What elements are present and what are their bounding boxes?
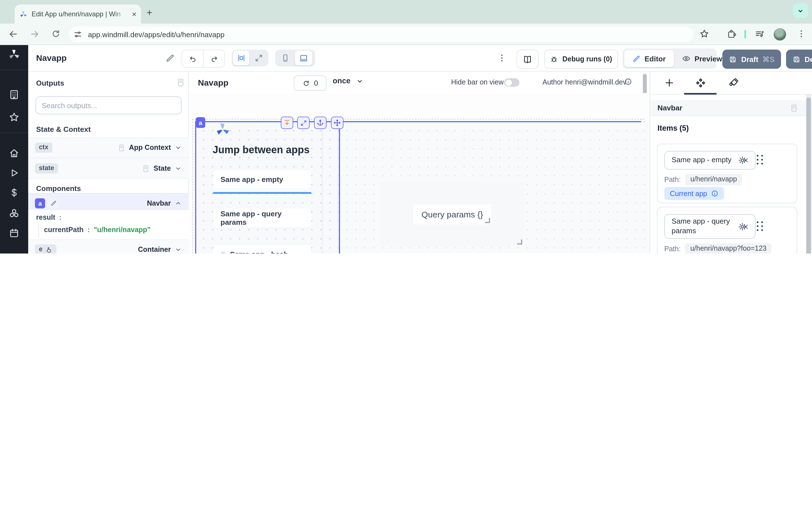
query-params-container[interactable]: Query params {} [380,182,524,246]
windmill-logo[interactable] [7,48,21,61]
info-icon[interactable] [711,190,718,197]
current-path-row[interactable]: currentPath : "u/henri/navapp" [44,226,151,234]
chevron-down-icon[interactable] [174,165,182,172]
back-button[interactable] [8,29,18,40]
editor-tab[interactable]: Editor [624,50,673,67]
drag-handle[interactable] [757,221,763,231]
fill-height-handle[interactable] [281,117,293,129]
drag-handle[interactable] [757,155,763,165]
output-row-state[interactable]: state State [28,158,189,179]
new-tab-button[interactable]: + [147,8,152,17]
edit-title-pencil-icon[interactable] [165,54,175,63]
expand-handle[interactable] [297,117,310,129]
docs-button[interactable] [516,50,539,69]
path-value[interactable]: u/henri/navapp?foo=123 [685,243,771,253]
navbar-type-label: Navbar [147,200,171,207]
tree-guide-line [38,225,39,237]
tab-search-button[interactable] [793,3,808,18]
insert-component-tab[interactable] [664,77,675,89]
resize-corner[interactable] [485,218,490,223]
undo-button[interactable] [182,50,204,67]
debug-runs-button[interactable]: Debug runs (0) [544,50,618,69]
move-handle[interactable] [331,117,343,129]
sidebar-item-schedules[interactable] [8,228,20,239]
draft-button[interactable]: Draft ⌘S [722,50,781,69]
items-heading: Items (5) [658,124,689,132]
sidebar-item-favorites[interactable] [8,112,20,123]
browser-tab[interactable]: Edit App u/henri/navapp | Win × [15,4,141,24]
desktop-view-button[interactable] [295,51,312,65]
app-logo [214,121,231,138]
editor-label: Editor [645,54,666,63]
panel-doc-icon[interactable] [176,78,186,87]
center-layout-button[interactable] [233,51,249,65]
search-outputs-input[interactable]: Search outputs... [36,96,182,114]
settings-tab[interactable] [695,77,707,89]
extensions-icon[interactable] [726,29,737,39]
divider [0,132,28,133]
refresh-icon [302,79,310,87]
browser-menu-icon[interactable] [796,29,806,39]
mobile-view-button[interactable] [276,51,294,65]
sidebar-item-apps[interactable] [8,89,20,100]
reload-button[interactable] [51,29,61,39]
eye-icon [681,54,691,63]
item-settings-gear-icon[interactable] [738,156,747,165]
sidebar-item-resources[interactable] [8,208,20,219]
chevron-up-icon[interactable] [174,200,182,207]
canvas-area: Navapp 0 once Hide bar on view Author he… [189,71,650,253]
divider [0,70,28,70]
component-row-container-e[interactable]: e Container [28,239,189,253]
output-row-ctx[interactable]: ctx App Context [28,137,189,158]
full-width-layout-button[interactable] [250,51,267,65]
nav-item-hash[interactable]: #Same app - hash [213,245,311,253]
bug-icon [550,55,559,63]
selected-component-header: Navbar [650,100,806,116]
refresh-count: 0 [314,79,318,87]
deploy-button[interactable]: Deploy [786,50,812,69]
sidebar-item-runs[interactable] [8,167,20,179]
navbar-item-card: Same app - query params Path: u/henri/na… [657,207,797,253]
app-heading: Jump between apps [213,144,310,156]
doc-icon [117,144,125,152]
styling-tab[interactable] [728,77,739,89]
query-params-text: Query params {} [414,205,491,224]
hash-icon: # [220,250,225,253]
column-divider [322,121,322,253]
anchor-handle[interactable] [314,117,326,129]
panel-doc-icon[interactable] [790,103,799,112]
component-a-badge: a [35,198,45,209]
sidebar-item-home[interactable] [8,148,20,159]
profile-avatar[interactable] [774,28,786,41]
nav-item-same-app-empty[interactable]: Same app - empty [213,170,311,189]
more-options-kebab-icon[interactable] [497,53,507,63]
author-info-icon[interactable] [624,78,632,86]
chevron-down-icon[interactable] [174,245,182,253]
redo-button[interactable] [204,54,224,63]
resize-corner[interactable] [517,239,522,244]
chevron-down-icon[interactable] [174,144,182,152]
address-bar[interactable]: app.windmill.dev/apps/edit/u/henri/navap… [69,26,694,42]
save-icon [792,55,801,63]
hide-bar-toggle[interactable] [504,78,519,87]
item-settings-gear-icon[interactable] [738,222,747,231]
rename-pencil-icon[interactable] [49,198,59,209]
sidebar-item-variables[interactable] [8,187,20,198]
canvas-grid-border-left [192,119,193,253]
inspector-scrollbar-thumb[interactable] [806,98,811,253]
tab-close-icon[interactable]: × [132,10,137,18]
container-e-type: Container [138,245,171,253]
path-value[interactable]: u/henri/navapp [685,174,742,185]
item-path-row: Path: u/henri/navapp?foo=123 [664,243,772,253]
preview-tab[interactable]: Preview [673,50,730,67]
schedule-value: once [333,76,350,85]
media-playlist-icon[interactable] [755,29,765,40]
bookmark-star-icon[interactable] [699,29,709,39]
refresh-button[interactable]: 0 [294,75,326,91]
nav-item-query-params[interactable]: Same app - query params [213,209,311,227]
forward-button[interactable] [29,29,40,40]
site-settings-icon[interactable] [73,30,82,39]
app-canvas[interactable]: a Jump between apps Same app - empty Sam… [189,93,650,253]
preview-label: Preview [695,54,722,63]
schedule-dropdown[interactable]: once [333,76,363,85]
